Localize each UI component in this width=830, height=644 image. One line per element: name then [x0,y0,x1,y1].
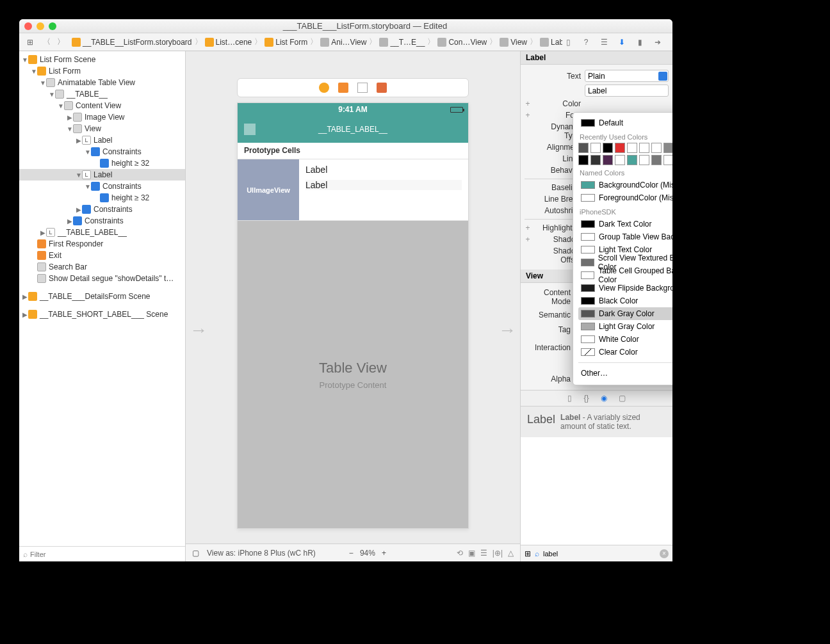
filter-input[interactable] [30,551,181,558]
lib-grid-icon[interactable]: ⊞ [525,549,531,558]
prototype-cell[interactable]: UIImageView Label Label [238,159,468,221]
outline-row[interactable]: ▶__TABLE___DetailsForm Scene [19,291,185,302]
color-option[interactable]: Dark Gray Color [578,307,672,320]
outline-row[interactable]: Search Bar [19,261,185,273]
color-option[interactable]: Clear Color [578,346,672,358]
breadcrumb-item[interactable]: __TABLE__ListForm.storyboard [72,38,192,47]
connections-inspector-icon[interactable]: ➜ [652,36,663,48]
size-inspector-icon[interactable]: ▮ [634,36,646,48]
vc-icon[interactable] [319,83,329,93]
exit-icon-2[interactable] [377,83,387,93]
recent-swatches-row1[interactable] [578,143,672,153]
breadcrumb-item[interactable]: View [500,38,527,47]
library-tabs[interactable]: ▯ {} ◉ ▢ [521,390,672,407]
zoom-window[interactable] [49,22,56,30]
device-config-icon[interactable]: ▢ [192,549,199,558]
color-swatch[interactable] [639,155,649,165]
pin-icon[interactable]: |⊕| [492,549,503,558]
color-swatch[interactable] [627,155,637,165]
color-option[interactable]: Group Table View Background Color [578,230,672,243]
outline-row[interactable]: ▼LLabel [19,169,185,181]
first-responder-icon[interactable] [338,83,348,93]
nav-forward[interactable]: 〉 [55,36,67,48]
lib-code-icon[interactable]: {} [583,394,589,403]
scene-toolbar[interactable] [237,78,469,97]
canvas[interactable]: → → 9:41 AM __TABLE_LABEL__ Prototype Ce… [186,51,520,561]
cell-label-1[interactable]: Label [305,165,462,175]
breadcrumb-item[interactable]: List…cene [205,38,252,47]
attributes-inspector-icon[interactable]: ⬇ [616,36,628,48]
recent-swatches-row2[interactable] [578,155,672,165]
nav-back[interactable]: 〈 [41,36,53,48]
color-option[interactable]: Dark Text Color [578,218,672,230]
outline-row[interactable]: ▼List Form Scene [19,54,185,65]
outline-tree[interactable]: ▼List Form Scene▼List Form▼Animatable Ta… [19,51,185,546]
color-option[interactable]: Light Gray Color [578,320,672,333]
color-other[interactable]: Other… [578,367,672,380]
color-default[interactable]: Default [578,117,672,129]
outline-row[interactable]: ▼List Form [19,65,185,77]
color-swatch[interactable] [590,155,601,165]
text-type-select[interactable]: Plain [585,70,669,82]
embed-icon[interactable]: ▣ [468,549,475,558]
color-swatch[interactable] [590,143,601,153]
view-as-label[interactable]: View as: iPhone 8 Plus (wC hR) [207,549,316,558]
breadcrumb-item[interactable]: __T…E__ [379,38,425,47]
color-swatch[interactable] [615,143,625,153]
outline-row[interactable]: ▼__TABLE__ [19,88,185,100]
color-option[interactable]: View Flipside Background Color [578,282,672,294]
exit-icon[interactable] [357,83,368,93]
outline-row[interactable]: Show Detail segue "showDetails" t… [19,273,185,284]
color-swatch[interactable] [639,143,649,153]
color-option[interactable]: ForegroundColor (Missing) [578,191,672,204]
outline-row[interactable]: height ≥ 32 [19,192,185,204]
outline-row[interactable]: ▶Constraints [19,215,185,227]
color-swatch[interactable] [603,155,613,165]
update-frames-icon[interactable]: ⟲ [457,549,463,558]
lib-media-icon[interactable]: ▢ [619,394,626,403]
outline-row[interactable]: height ≥ 32 [19,157,185,169]
identity-inspector-icon[interactable]: ☰ [598,36,610,48]
text-value-field[interactable]: Label [585,85,669,97]
outline-row[interactable]: ▶L__TABLE_LABEL__ [19,227,185,238]
outline-row[interactable]: ▶LLabel [19,134,185,146]
close-window[interactable] [24,22,32,30]
library-filter-input[interactable] [543,550,656,558]
color-option[interactable]: BackgroundColor (Missing) [578,179,672,191]
inspector-tabs[interactable]: ▯ ? ☰ ⬇ ▮ ➜ [562,36,667,48]
outline-row[interactable]: ▶__TABLE_SHORT_LABEL___ Scene [19,309,185,320]
color-swatch[interactable] [578,143,589,153]
file-inspector-icon[interactable]: ▯ [562,36,574,48]
outline-row[interactable]: ▼Animatable Table View [19,77,185,88]
breadcrumb-item[interactable]: List Form [264,38,307,47]
clear-filter[interactable]: × [660,549,669,558]
outline-row[interactable]: Exit [19,250,185,261]
cell-label-2-selected[interactable]: Label [305,180,462,190]
add-font[interactable]: + [525,111,531,120]
outline-row[interactable]: ▶Constraints [19,204,185,215]
zoom-out[interactable]: − [349,549,354,558]
color-option[interactable]: White Color [578,333,672,346]
color-swatch[interactable] [615,155,625,165]
color-swatch[interactable] [603,143,613,153]
color-swatch[interactable] [663,155,672,165]
color-swatch[interactable] [651,143,662,153]
outline-row[interactable]: ▼Constraints [19,146,185,157]
outline-row[interactable]: First Responder [19,238,185,250]
color-swatch[interactable] [663,143,672,153]
cell-image-view[interactable]: UIImageView [238,159,299,220]
minimize-window[interactable] [37,22,44,30]
zoom-in[interactable]: + [382,549,386,558]
lib-file-icon[interactable]: ▯ [567,394,572,403]
color-swatch[interactable] [651,155,662,165]
outline-row[interactable]: ▼Content View [19,100,185,111]
outline-toggle-icon[interactable]: ⊞ [24,36,36,48]
library-filter[interactable]: ⊞ ⌕ × [521,545,672,561]
align-icon[interactable]: ☰ [480,549,487,558]
outline-row[interactable]: ▶Image View [19,111,185,123]
outline-row[interactable]: ▼Constraints [19,181,185,192]
breadcrumb-item[interactable]: Con…View [437,38,487,47]
resolve-icon[interactable]: △ [508,549,514,558]
color-option[interactable]: Table Cell Grouped Background Color [578,269,672,282]
outline-filter[interactable]: ⌕ [19,546,185,561]
